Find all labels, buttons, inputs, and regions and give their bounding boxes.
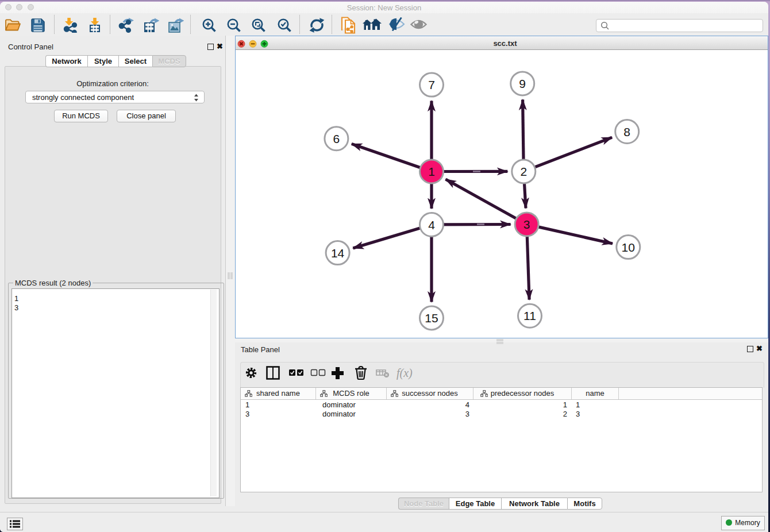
svg-text:14: 14: [331, 246, 345, 260]
svg-text:f(x): f(x): [396, 367, 413, 380]
svg-text:15: 15: [425, 311, 438, 325]
svg-text:10: 10: [622, 241, 635, 254]
svg-text:11: 11: [523, 309, 536, 322]
svg-text:7: 7: [428, 78, 435, 91]
svg-text:2: 2: [520, 165, 527, 178]
svg-text:6: 6: [333, 132, 340, 145]
svg-text:1: 1: [428, 165, 435, 178]
svg-text:9: 9: [519, 77, 526, 90]
svg-text:4: 4: [428, 218, 435, 232]
svg-text:8: 8: [623, 125, 630, 138]
svg-text:3: 3: [523, 218, 530, 231]
